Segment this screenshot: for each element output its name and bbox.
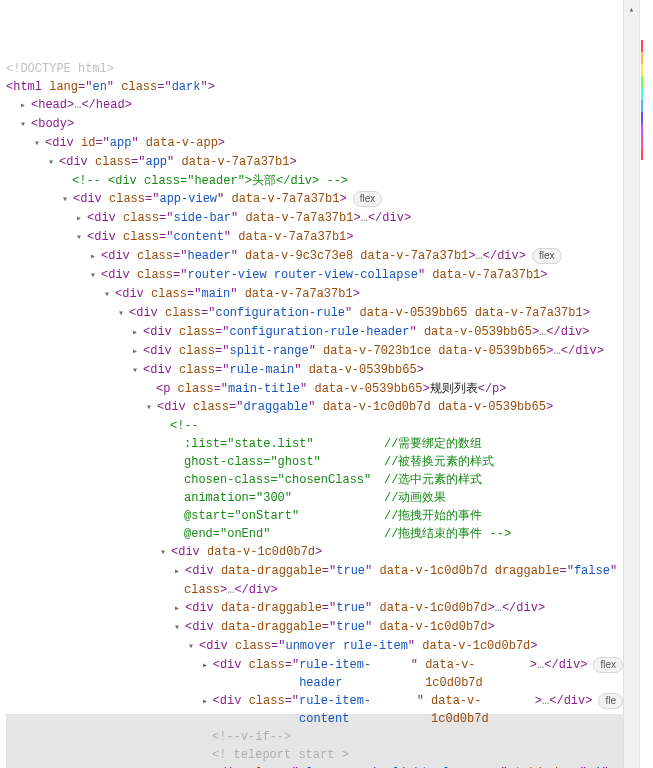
v-if-comment[interactable]: <!--v-if-->	[202, 728, 623, 746]
flex-badge[interactable]: flex	[532, 248, 562, 264]
split-range[interactable]: <div class="split-range" data-v-7023b1ce…	[132, 342, 623, 361]
overview-ruler[interactable]	[639, 0, 653, 768]
configuration-rule[interactable]: <div class="configuration-rule" data-v-0…	[118, 304, 623, 323]
configuration-rule-header[interactable]: <div class="configuration-rule-header" d…	[132, 323, 623, 342]
app-div[interactable]: <div id="app" data-v-app>	[34, 134, 623, 153]
expand-toggle[interactable]	[160, 544, 170, 562]
comment-line[interactable]: animation="300"//动画效果	[174, 489, 623, 507]
router-view[interactable]: <div class="router-view router-view-coll…	[90, 266, 623, 285]
comment-line[interactable]: chosen-class="chosenClass"//选中元素的样式	[174, 471, 623, 489]
el-popper-node-line1[interactable]: <div class="el-popper is-light el-popove…	[202, 764, 623, 768]
big-comment-open[interactable]: <!--	[160, 417, 623, 435]
rule-main[interactable]: <div class="rule-main" data-v-0539bb65>	[132, 361, 623, 380]
app-inner[interactable]: <div class="app" data-v-7a7a37b1>	[48, 153, 623, 172]
drag-item-b[interactable]: <div data-draggable="true" data-v-1c0d0b…	[174, 599, 623, 618]
expand-toggle[interactable]	[20, 116, 30, 134]
expand-toggle[interactable]	[90, 248, 100, 266]
comment-line[interactable]: ghost-class="ghost"//被替换元素的样式	[174, 453, 623, 471]
flex-badge[interactable]: flex	[593, 657, 623, 673]
expand-toggle[interactable]	[132, 343, 142, 361]
elements-dom-tree[interactable]: <!DOCTYPE html> <html lang="en" class="d…	[0, 0, 623, 768]
comment-line[interactable]: @start="onStart"//拖拽开始的事件	[174, 507, 623, 525]
header-node[interactable]: <div class="header" data-v-9c3c73e8 data…	[90, 247, 623, 266]
expand-toggle[interactable]	[132, 324, 142, 342]
expand-toggle[interactable]	[202, 657, 212, 675]
expand-toggle[interactable]	[48, 154, 58, 172]
scroll-up-icon[interactable]: ▴	[624, 0, 639, 18]
expand-toggle[interactable]	[90, 267, 100, 285]
comment-line[interactable]: @end="onEnd"//拖拽结束的事件 -->	[174, 525, 623, 543]
content[interactable]: <div class="content" data-v-7a7a37b1>	[76, 228, 623, 247]
vertical-scrollbar[interactable]: ▴	[623, 0, 639, 768]
drag-item-a-cont[interactable]: class>…</div>	[174, 581, 623, 599]
doctype-line[interactable]: <!DOCTYPE html>	[6, 60, 623, 78]
drag-item-c[interactable]: <div data-draggable="true" data-v-1c0d0b…	[174, 618, 623, 637]
teleport-comment[interactable]: <! teleport start >	[202, 746, 623, 764]
drag-item-a[interactable]: <div data-draggable="true" data-v-1c0d0b…	[174, 562, 623, 581]
expand-toggle[interactable]	[188, 638, 198, 656]
expand-toggle[interactable]	[174, 563, 184, 581]
main-title[interactable]: <p class="main-title" data-v-0539bb65>规则…	[146, 380, 623, 398]
body-open[interactable]: <body>	[20, 115, 623, 134]
rule-item-header[interactable]: <div class="rule-item-header" data-v-1c0…	[202, 656, 623, 692]
main[interactable]: <div class="main" data-v-7a7a37b1>	[104, 285, 623, 304]
drag-wrap[interactable]: <div data-v-1c0d0b7d>	[160, 543, 623, 562]
comment-line[interactable]: :list="state.list"//需要绑定的数组	[174, 435, 623, 453]
expand-toggle[interactable]	[174, 619, 184, 637]
unmover[interactable]: <div class="unmover rule-item" data-v-1c…	[188, 637, 623, 656]
head-node[interactable]: <head>…</head>	[20, 96, 623, 115]
app-view[interactable]: <div class="app-view" data-v-7a7a37b1> f…	[62, 190, 623, 209]
expand-toggle[interactable]	[76, 210, 86, 228]
side-bar[interactable]: <div class="side-bar" data-v-7a7a37b1>…<…	[76, 209, 623, 228]
expand-toggle[interactable]	[62, 191, 72, 209]
flex-badge[interactable]: fle	[598, 693, 623, 709]
comment-header[interactable]: <!-- <div class="header">头部</div> -->	[62, 172, 623, 190]
expand-toggle[interactable]	[202, 693, 212, 711]
expand-toggle[interactable]	[76, 229, 86, 247]
expand-toggle[interactable]	[34, 135, 44, 153]
expand-toggle[interactable]	[132, 362, 142, 380]
expand-toggle[interactable]	[146, 399, 156, 417]
html-open[interactable]: <html lang="en" class="dark">	[6, 78, 623, 96]
expand-toggle[interactable]	[20, 97, 30, 115]
expand-toggle[interactable]	[104, 286, 114, 304]
draggable[interactable]: <div class="draggable" data-v-1c0d0b7d d…	[146, 398, 623, 417]
rule-item-content[interactable]: <div class="rule-item-content" data-v-1c…	[202, 692, 623, 728]
expand-toggle[interactable]	[118, 305, 128, 323]
flex-badge[interactable]: flex	[353, 191, 383, 207]
overview-colors	[641, 40, 643, 160]
expand-toggle[interactable]	[174, 600, 184, 618]
devtools-window: <!DOCTYPE html> <html lang="en" class="d…	[0, 0, 653, 768]
